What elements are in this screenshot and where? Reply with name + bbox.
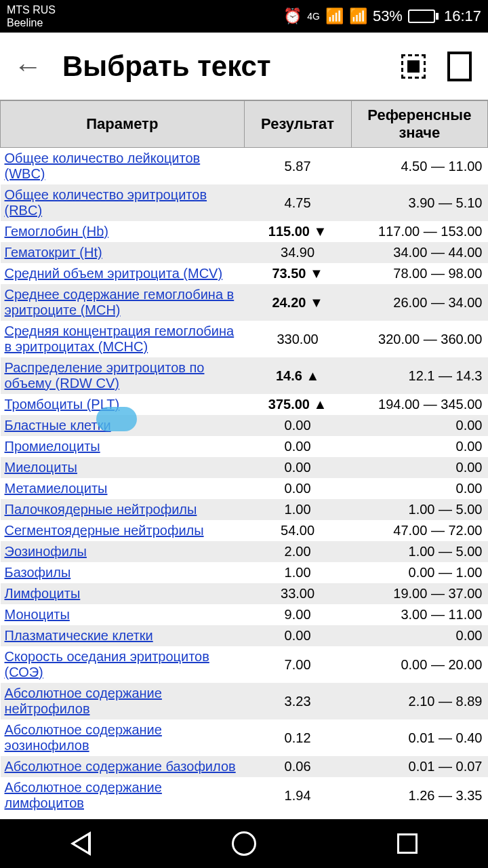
table-row: Абсолютное содержание эозинофилов0.120.0…	[1, 719, 488, 756]
alarm-icon: ⏰	[283, 7, 302, 25]
table-row: Бластные клетки0.000.00	[1, 415, 488, 436]
col-header-param: Параметр	[1, 101, 245, 148]
reference-cell: 78.00 — 98.00	[351, 263, 487, 284]
battery-percent: 53%	[373, 7, 403, 25]
table-row: Лимфоциты33.0019.00 — 37.00	[1, 583, 488, 604]
reference-cell: 0.01 — 0.07	[351, 756, 487, 777]
status-carriers: MTS RUS Beeline	[7, 3, 283, 29]
param-cell[interactable]: Распределение эритроцитов по объему (RDW…	[1, 357, 245, 394]
result-cell: 0.00	[244, 436, 351, 457]
result-cell: 0.00	[244, 415, 351, 436]
reference-cell: 34.00 — 44.00	[351, 242, 487, 263]
param-cell[interactable]: Гематокрит (Ht)	[1, 242, 245, 263]
col-header-result: Результат	[244, 101, 351, 148]
document-content[interactable]: Параметр Результат Референсные значе Общ…	[0, 100, 488, 868]
result-cell: 3.23	[244, 683, 351, 719]
table-row: Общее количество эритроцитов (RBC)4.753.…	[1, 184, 488, 221]
param-cell[interactable]: Средний объем эритроцита (MCV)	[1, 263, 245, 284]
page-title: Выбрать текст	[62, 50, 382, 83]
reference-cell: 117.00 — 153.00	[351, 221, 487, 242]
signal-icon-2: 📶	[349, 7, 367, 25]
results-table: Параметр Результат Референсные значе Общ…	[0, 100, 488, 814]
result-cell: 2.00	[244, 541, 351, 562]
param-cell[interactable]: Базофилы	[1, 562, 245, 583]
param-cell[interactable]: Абсолютное содержание эозинофилов	[1, 719, 245, 756]
table-row: Абсолютное содержание базофилов0.060.01 …	[1, 756, 488, 777]
reference-cell: 194.00 — 345.00	[351, 394, 487, 415]
result-cell: 330.00	[244, 321, 351, 357]
reference-cell: 320.00 — 360.00	[351, 321, 487, 357]
clock: 16:17	[444, 7, 481, 25]
param-cell[interactable]: Эозинофилы	[1, 541, 245, 562]
result-cell: 0.00	[244, 457, 351, 478]
param-cell[interactable]: Среднее содержание гемоглобина в эритроц…	[1, 284, 245, 321]
table-row: Гематокрит (Ht)34.9034.00 — 44.00	[1, 242, 488, 263]
param-cell[interactable]: Миелоциты	[1, 457, 245, 478]
text-selection-highlight[interactable]	[96, 407, 137, 431]
reference-cell: 0.00 — 20.00	[351, 646, 487, 683]
result-cell: 7.00	[244, 646, 351, 683]
result-cell: 73.50 ▼	[244, 263, 351, 284]
status-right: ⏰ 4G 📶 📶 53% 16:17	[283, 7, 481, 25]
nav-home-button[interactable]	[232, 831, 256, 856]
result-cell: 0.00	[244, 625, 351, 646]
table-row: Распределение эритроцитов по объему (RDW…	[1, 357, 488, 394]
result-cell: 33.00	[244, 583, 351, 604]
select-all-button[interactable]	[399, 52, 428, 81]
param-cell[interactable]: Палочкоядерные нейтрофилы	[1, 499, 245, 520]
select-all-icon	[401, 54, 426, 79]
param-cell[interactable]: Общее количество эритроцитов (RBC)	[1, 184, 245, 221]
reference-cell: 3.90 — 5.10	[351, 184, 487, 221]
circle-home-icon	[232, 831, 256, 856]
nav-back-button[interactable]	[70, 831, 91, 856]
param-cell[interactable]: Средняя концентрация гемоглобина в эритр…	[1, 321, 245, 357]
reference-cell: 0.00 — 1.00	[351, 562, 487, 583]
result-cell: 0.12	[244, 719, 351, 756]
param-cell[interactable]: Сегментоядерные нейтрофилы	[1, 520, 245, 541]
result-cell: 34.90	[244, 242, 351, 263]
reference-cell: 0.01 — 0.40	[351, 719, 487, 756]
param-cell[interactable]: Метамиелоциты	[1, 478, 245, 499]
result-cell: 54.00	[244, 520, 351, 541]
param-cell[interactable]: Моноциты	[1, 604, 245, 625]
back-arrow-icon[interactable]: ←	[14, 50, 42, 83]
result-cell: 1.00	[244, 499, 351, 520]
table-row: Абсолютное содержание лимфоцитов1.941.26…	[1, 777, 488, 814]
network-label: 4G	[307, 11, 320, 22]
result-cell: 24.20 ▼	[244, 284, 351, 321]
nav-recent-button[interactable]	[397, 833, 418, 854]
signal-icon-1: 📶	[325, 7, 344, 25]
param-cell[interactable]: Гемоглобин (Hb)	[1, 221, 245, 242]
table-row: Сегментоядерные нейтрофилы54.0047.00 — 7…	[1, 520, 488, 541]
reference-cell: 0.00	[351, 625, 487, 646]
reference-cell: 0.00	[351, 478, 487, 499]
param-cell[interactable]: Абсолютное содержание базофилов	[1, 756, 245, 777]
reference-cell: 1.26 — 3.35	[351, 777, 487, 814]
result-cell: 4.75	[244, 184, 351, 221]
copy-button[interactable]	[445, 52, 474, 81]
table-row: Миелоциты0.000.00	[1, 457, 488, 478]
reference-cell: 4.50 — 11.00	[351, 148, 487, 185]
status-bar: MTS RUS Beeline ⏰ 4G 📶 📶 53% 16:17	[0, 0, 488, 33]
param-cell[interactable]: Плазматические клетки	[1, 625, 245, 646]
result-cell: 1.00	[244, 562, 351, 583]
reference-cell: 0.00	[351, 415, 487, 436]
table-row: Тромбоциты (PLT)375.00 ▲194.00 — 345.00	[1, 394, 488, 415]
param-cell[interactable]: Абсолютное содержание нейтрофилов	[1, 683, 245, 719]
result-cell: 0.00	[244, 478, 351, 499]
table-row: Средняя концентрация гемоглобина в эритр…	[1, 321, 488, 357]
param-cell[interactable]: Лимфоциты	[1, 583, 245, 604]
carrier-1: MTS RUS	[7, 3, 283, 16]
reference-cell: 47.00 — 72.00	[351, 520, 487, 541]
table-row: Абсолютное содержание нейтрофилов3.232.1…	[1, 683, 488, 719]
param-cell[interactable]: Скорость оседания эритроцитов (СОЭ)	[1, 646, 245, 683]
square-recent-icon	[397, 833, 418, 854]
col-header-ref: Референсные значе	[351, 101, 487, 148]
battery-icon	[408, 9, 439, 23]
param-cell[interactable]: Промиелоциты	[1, 436, 245, 457]
table-row: Среднее содержание гемоглобина в эритроц…	[1, 284, 488, 321]
param-cell[interactable]: Абсолютное содержание лимфоцитов	[1, 777, 245, 814]
param-cell[interactable]: Общее количество лейкоцитов (WBC)	[1, 148, 245, 185]
result-cell: 115.00 ▼	[244, 221, 351, 242]
reference-cell: 0.00	[351, 436, 487, 457]
